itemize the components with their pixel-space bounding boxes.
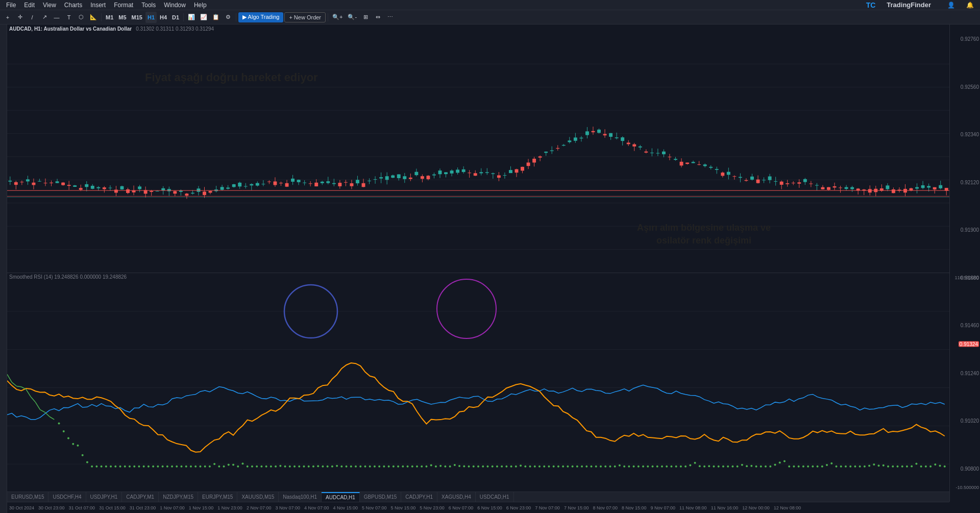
templates-btn[interactable]: 📋 <box>210 12 222 23</box>
tab-nzdjpy-m15[interactable]: NZDJPY,M15 <box>159 492 198 502</box>
brand-name: TradingFinder <box>883 0 935 10</box>
price-level-2: 0.92560 <box>961 84 979 89</box>
left-sidebar <box>0 25 7 513</box>
line-btn[interactable]: / <box>27 12 38 23</box>
time-label-3: 31 Oct 15:00 <box>97 505 128 510</box>
menu-charts[interactable]: Charts <box>60 0 86 10</box>
rsi-level-high: 110.500000 <box>954 275 979 280</box>
ohlc-values: 0.31302 0.31311 0.31293 0.31294 <box>136 26 214 32</box>
zoom-fit-btn[interactable]: ⊞ <box>360 12 371 23</box>
tab-usdjpy-h1[interactable]: USDJPY,H1 <box>86 492 122 502</box>
horz-line-btn[interactable]: — <box>51 12 62 23</box>
tab-bar: EURUSD,M15 USDCHF,H4 USDJPY,H1 CADJPY,M1… <box>7 492 949 502</box>
tab-cadjpy-h1[interactable]: CADJPY,H1 <box>401 492 437 502</box>
fib-btn[interactable]: 📐 <box>88 12 99 23</box>
algo-trading-btn[interactable]: ▶ Algo Trading <box>238 12 283 22</box>
time-label-17: 6 Nov 23:00 <box>504 505 533 510</box>
tab-xauusd-m15[interactable]: XAUUSD,M15 <box>237 492 279 502</box>
indicators-btn[interactable]: 📈 <box>198 12 209 23</box>
tab-xagusd-h4[interactable]: XAGUSD,H4 <box>437 492 476 502</box>
menu-file[interactable]: File <box>2 0 20 10</box>
toolbar: + ✛ / ↗ — T ⬡ 📐 M1 M5 M15 H1 H4 D1 📊 📈 📋… <box>0 10 980 25</box>
time-label-10: 4 Nov 07:00 <box>302 505 331 510</box>
timeline: 30 Oct 2024 30 Oct 23:00 31 Oct 07:00 31… <box>7 502 949 513</box>
menu-format[interactable]: Format <box>110 0 137 10</box>
price-level-1: 0.92760 <box>961 36 979 42</box>
time-label-20: 8 Nov 07:00 <box>591 505 620 510</box>
price-current: 0.91324 <box>959 341 979 347</box>
time-label-0: 30 Oct 2024 <box>7 505 36 510</box>
time-label-26: 12 Nov 08:00 <box>772 505 803 510</box>
shapes-btn[interactable]: ⬡ <box>76 12 87 23</box>
tf-h1[interactable]: H1 <box>145 12 157 23</box>
crosshair-btn[interactable]: ✛ <box>14 12 26 23</box>
user-icon[interactable]: 👤 <box>943 0 959 10</box>
text-btn[interactable]: T <box>63 12 75 23</box>
tab-nasdaq-h1[interactable]: Nasdaq100,H1 <box>279 492 322 502</box>
sep2 <box>183 13 184 21</box>
scroll-btn[interactable]: ⇔ <box>372 12 383 23</box>
menu-edit[interactable]: Edit <box>20 0 39 10</box>
brand-icon: TC <box>862 0 880 10</box>
time-label-9: 3 Nov 07:00 <box>273 505 302 510</box>
time-label-14: 5 Nov 23:00 <box>418 505 447 510</box>
time-label-16: 6 Nov 15:00 <box>475 505 504 510</box>
price-chart: Fiyat aşağı doğru hareket ediyor Aşırı a… <box>7 33 949 273</box>
sep3 <box>236 13 236 21</box>
rsi-canvas <box>7 273 949 502</box>
time-label-4: 31 Oct 23:00 <box>128 505 158 510</box>
notification-icon[interactable]: 🔔 <box>962 0 978 10</box>
time-label-11: 4 Nov 15:00 <box>331 505 360 510</box>
new-chart-btn[interactable]: + <box>2 12 13 23</box>
price-scale: 0.92760 0.92560 0.92340 0.92120 0.91900 … <box>949 25 980 502</box>
menu-window[interactable]: Window <box>160 0 190 10</box>
tab-usdchf-h4[interactable]: USDCHF,H4 <box>48 492 86 502</box>
menu-insert[interactable]: Insert <box>86 0 110 10</box>
time-label-7: 1 Nov 23:00 <box>215 505 244 510</box>
price-level-5: 0.91900 <box>961 227 979 233</box>
tf-d1[interactable]: D1 <box>170 12 181 23</box>
brand-logo-area: TC TradingFinder 👤 🔔 <box>862 0 978 10</box>
time-label-1: 30 Oct 23:00 <box>36 505 67 510</box>
tab-eurusd-m15[interactable]: EURUSD,M15 <box>7 492 48 502</box>
tab-audcad-h1[interactable]: AUDCAD,H1 <box>322 492 360 502</box>
time-label-13: 5 Nov 15:00 <box>389 505 418 510</box>
tf-m1[interactable]: M1 <box>104 12 115 23</box>
sep1 <box>101 13 102 21</box>
tab-gbpusd-m15[interactable]: GBPUSD,M15 <box>360 492 401 502</box>
time-label-18: 7 Nov 07:00 <box>533 505 562 510</box>
more-btn[interactable]: ⋯ <box>384 12 396 23</box>
time-label-6: 1 Nov 15:00 <box>187 505 216 510</box>
time-label-8: 2 Nov 07:00 <box>244 505 274 510</box>
tf-h4[interactable]: H4 <box>158 12 169 23</box>
time-label-25: 12 Nov 00:00 <box>740 505 772 510</box>
time-label-24: 11 Nov 16:00 <box>709 505 741 510</box>
sep4 <box>328 13 328 21</box>
price-level-7: 0.91460 <box>961 323 979 328</box>
tab-usdcad-h1[interactable]: USDCAD,H1 <box>476 492 514 502</box>
time-label-22: 9 Nov 07:00 <box>649 505 678 510</box>
price-level-8: 0.91240 <box>961 370 979 376</box>
tf-m15[interactable]: M15 <box>130 12 144 23</box>
objects-btn[interactable]: ⚙ <box>223 12 234 23</box>
zoom-in-btn[interactable]: 🔍+ <box>330 12 345 23</box>
time-label-15: 6 Nov 07:00 <box>447 505 476 510</box>
tab-eurjpy-m15[interactable]: EURJPY,M15 <box>198 492 237 502</box>
tab-cadjpy-m1[interactable]: CADJPY,M1 <box>122 492 159 502</box>
chart-type-btn[interactable]: 📊 <box>186 12 197 23</box>
time-label-2: 31 Oct 07:00 <box>67 505 97 510</box>
candlestick-canvas <box>7 41 949 273</box>
rsi-label: Smoothed RSI (14) 19.248826 0.000000 19.… <box>9 274 127 280</box>
time-label-19: 7 Nov 15:00 <box>562 505 591 510</box>
new-order-btn[interactable]: + New Order <box>284 12 326 22</box>
menu-tools[interactable]: Tools <box>137 0 160 10</box>
symbol-bar: AUDCAD, H1: Australian Dollar vs Canadia… <box>7 25 949 33</box>
menu-view[interactable]: View <box>39 0 60 10</box>
tf-m5[interactable]: M5 <box>116 12 128 23</box>
zoom-out-btn[interactable]: 🔍- <box>346 12 359 23</box>
menu-help[interactable]: Help <box>190 0 211 10</box>
rsi-chart: Smoothed RSI (14) 19.248826 0.000000 19.… <box>7 273 949 502</box>
time-label-23: 11 Nov 08:00 <box>677 505 709 510</box>
arrow-btn[interactable]: ↗ <box>39 12 50 23</box>
menu-bar: File Edit View Charts Insert Format Tool… <box>0 0 980 10</box>
